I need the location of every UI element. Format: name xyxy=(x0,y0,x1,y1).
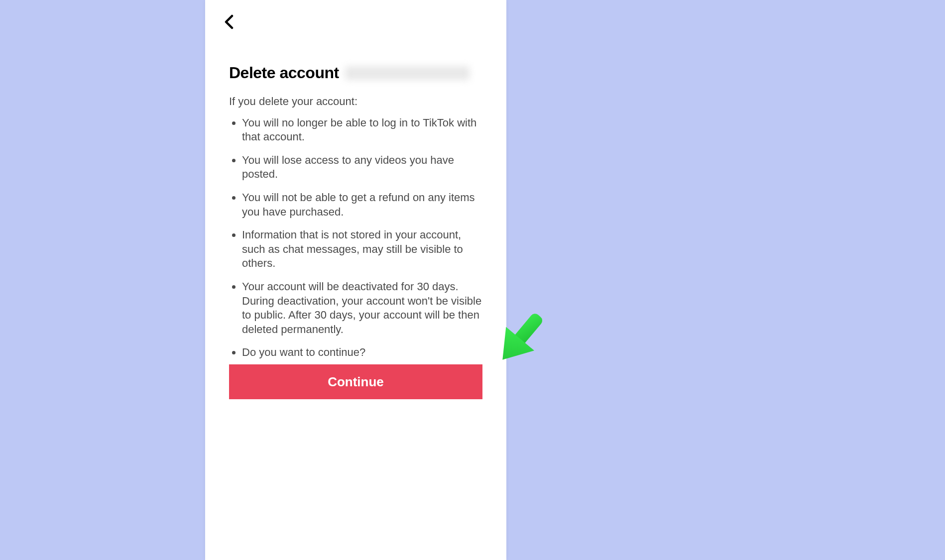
list-item: You will not be able to get a refund on … xyxy=(242,191,482,219)
delete-account-panel: Delete account If you delete your accoun… xyxy=(205,0,506,560)
list-item: Information that is not stored in your a… xyxy=(242,228,482,271)
back-button[interactable] xyxy=(219,12,239,32)
continue-button[interactable]: Continue xyxy=(229,364,482,399)
svg-rect-0 xyxy=(512,312,544,346)
list-item: Your account will be deactivated for 30 … xyxy=(242,280,482,336)
title-row: Delete account xyxy=(229,64,482,82)
list-item: You will lose access to any videos you h… xyxy=(242,153,482,182)
list-item: Do you want to continue? xyxy=(242,345,482,360)
intro-text: If you delete your account: xyxy=(229,94,482,109)
content-area: Delete account If you delete your accoun… xyxy=(229,64,482,369)
list-item: You will no longer be able to log in to … xyxy=(242,116,482,144)
consequences-list: You will no longer be able to log in to … xyxy=(229,116,482,360)
page-title: Delete account xyxy=(229,64,339,82)
chevron-left-icon xyxy=(224,14,235,29)
redacted-username xyxy=(345,66,470,80)
continue-button-label: Continue xyxy=(328,374,384,390)
